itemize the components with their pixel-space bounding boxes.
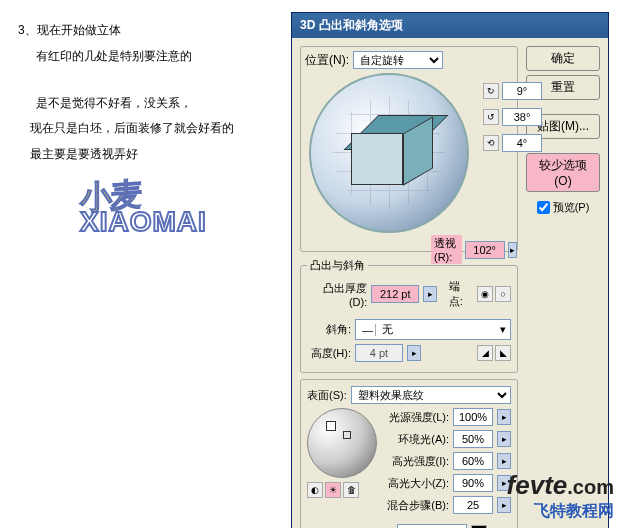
shade-color-select[interactable]: 黑色 xyxy=(397,524,467,528)
axis-z-icon[interactable]: ⟲ xyxy=(483,135,499,151)
depth-label: 凸出厚度(D): xyxy=(307,281,367,308)
light-intensity-input[interactable] xyxy=(453,408,493,426)
axis-y-icon[interactable]: ↺ xyxy=(483,109,499,125)
blend-input[interactable] xyxy=(453,496,493,514)
ambient-label: 环境光(A): xyxy=(398,432,449,447)
light-preview[interactable] xyxy=(307,408,377,478)
angle-x-input[interactable] xyxy=(502,82,542,100)
rotation-section: 位置(N): 自定旋转 ↻ xyxy=(300,46,518,252)
height-input xyxy=(355,344,403,362)
highlight-size-input[interactable] xyxy=(453,474,493,492)
angle-z-input[interactable] xyxy=(502,134,542,152)
fewer-options-button[interactable]: 较少选项(O) xyxy=(526,153,600,192)
ok-button[interactable]: 确定 xyxy=(526,46,600,71)
extrude-legend: 凸出与斜角 xyxy=(307,258,368,273)
bevel-out-icon[interactable]: ◣ xyxy=(495,345,511,361)
position-select[interactable]: 自定旋转 xyxy=(353,51,443,69)
bevel-select[interactable]: — 无 ▾ xyxy=(355,319,511,340)
line5: 最主要是要透视弄好 xyxy=(18,144,283,166)
light-back-icon[interactable]: ◐ xyxy=(307,482,323,498)
highlight-intensity-input[interactable] xyxy=(453,452,493,470)
rotation-preview[interactable] xyxy=(309,73,469,233)
blend-label: 混合步骤(B): xyxy=(387,498,449,513)
sample-artwork: 小麦 XIAOMAI xyxy=(80,170,270,260)
perspective-label: 透视(R): xyxy=(431,235,462,264)
surface-section: 表面(S): 塑料效果底纹 ◐ ☀ 🗑 xyxy=(300,379,518,528)
cap-label: 端点: xyxy=(449,279,473,309)
height-label: 高度(H): xyxy=(307,346,351,361)
dialog-3d-extrude: 3D 凸出和斜角选项 位置(N): 自定旋转 ↻ xyxy=(291,12,609,528)
dialog-titlebar[interactable]: 3D 凸出和斜角选项 xyxy=(292,13,608,38)
light-1-handle[interactable] xyxy=(326,421,336,431)
position-label: 位置(N): xyxy=(305,52,349,69)
cap-off-icon[interactable]: ○ xyxy=(495,286,511,302)
line4: 现在只是白坯，后面装修了就会好看的 xyxy=(18,118,283,140)
angle-y-input[interactable] xyxy=(502,108,542,126)
depth-stepper[interactable]: ▸ xyxy=(423,286,437,302)
line1: 3、现在开始做立体 xyxy=(18,20,283,42)
axis-x-icon[interactable]: ↻ xyxy=(483,83,499,99)
surface-select[interactable]: 塑料效果底纹 xyxy=(351,386,511,404)
extrude-bevel-section: 凸出与斜角 凸出厚度(D): ▸ 端点: ◉ ○ 斜角: — 无 xyxy=(300,258,518,373)
line2: 有红印的几处是特别要注意的 xyxy=(18,46,283,68)
highlight-intensity-label: 高光强度(I): xyxy=(392,454,449,469)
cap-on-icon[interactable]: ◉ xyxy=(477,286,493,302)
light-new-icon[interactable]: ☀ xyxy=(325,482,341,498)
li-stepper[interactable]: ▸ xyxy=(497,409,511,425)
instruction-text: 3、现在开始做立体 有红印的几处是特别要注意的 是不是觉得不好看，没关系， 现在… xyxy=(18,20,283,170)
preview-checkbox[interactable]: 预览(P) xyxy=(526,200,600,215)
light-2-handle[interactable] xyxy=(343,431,351,439)
highlight-size-label: 高光大小(Z): xyxy=(388,476,449,491)
perspective-input[interactable] xyxy=(465,241,505,259)
surface-label: 表面(S): xyxy=(307,388,347,403)
line3: 是不是觉得不好看，没关系， xyxy=(18,93,283,115)
bevel-label: 斜角: xyxy=(307,322,351,337)
bevel-in-icon[interactable]: ◢ xyxy=(477,345,493,361)
height-stepper: ▸ xyxy=(407,345,421,361)
amb-stepper[interactable]: ▸ xyxy=(497,431,511,447)
perspective-stepper[interactable]: ▸ xyxy=(508,242,517,258)
watermark: fevte.com 飞特教程网 xyxy=(507,470,614,522)
light-intensity-label: 光源强度(L): xyxy=(389,410,450,425)
depth-input[interactable] xyxy=(371,285,419,303)
light-delete-icon[interactable]: 🗑 xyxy=(343,482,359,498)
ambient-input[interactable] xyxy=(453,430,493,448)
hi-stepper[interactable]: ▸ xyxy=(497,453,511,469)
